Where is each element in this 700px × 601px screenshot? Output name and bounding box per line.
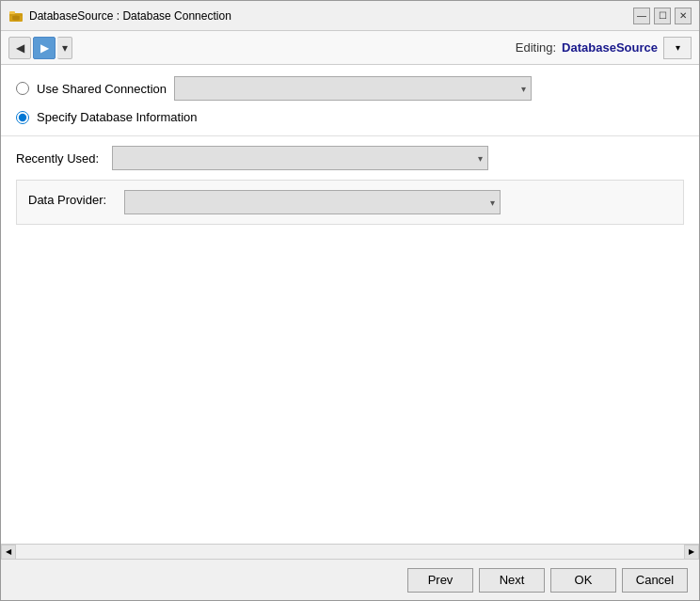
shared-connection-dropdown[interactable] [174, 76, 532, 101]
horizontal-scrollbar: ◀ ▶ [1, 544, 699, 559]
footer: Prev Next OK Cancel [1, 559, 699, 600]
ok-button[interactable]: OK [550, 568, 616, 593]
main-panel: Use Shared Connection Specify Database I… [1, 65, 699, 544]
content-area: Use Shared Connection Specify Database I… [1, 65, 699, 544]
editing-value: DatabaseSource [562, 40, 658, 55]
prev-button[interactable]: Prev [407, 568, 473, 593]
svg-rect-1 [9, 11, 15, 14]
toolbar: ◀ ▶ ▾ Editing: DatabaseSource ▾ [1, 31, 699, 65]
cancel-button[interactable]: Cancel [622, 568, 688, 593]
specify-database-row: Specify Database Information [16, 110, 684, 124]
recently-used-row: Recently Used: [1, 136, 699, 180]
specify-database-label: Specify Database Information [37, 110, 198, 124]
scroll-right-icon: ▶ [689, 547, 694, 556]
close-button[interactable]: ✕ [675, 8, 692, 24]
title-bar-left: DatabaseSource : Database Connection [8, 8, 231, 24]
window-title: DatabaseSource : Database Connection [29, 9, 231, 23]
forward-button[interactable]: ▶ [33, 37, 56, 59]
use-shared-connection-radio[interactable] [16, 82, 29, 95]
recently-used-dropdown-wrapper [112, 146, 488, 170]
editing-dropdown-icon: ▾ [676, 42, 680, 53]
radio-group: Use Shared Connection Specify Database I… [16, 76, 684, 124]
back-icon: ◀ [16, 41, 24, 55]
maximize-button[interactable]: ☐ [654, 8, 671, 24]
data-provider-dropdown[interactable] [124, 190, 501, 214]
data-provider-section: Data Provider: [16, 180, 684, 225]
main-window: DatabaseSource : Database Connection — ☐… [0, 0, 700, 601]
database-icon [8, 8, 24, 24]
editing-dropdown[interactable]: ▾ [663, 37, 692, 59]
nav-dropdown-icon: ▾ [62, 41, 68, 55]
title-bar-controls: — ☐ ✕ [633, 8, 692, 24]
scroll-left-button[interactable]: ◀ [1, 545, 16, 560]
shared-connection-row: Use Shared Connection [16, 76, 684, 101]
nav-dropdown-button[interactable]: ▾ [57, 37, 72, 59]
recently-used-label: Recently Used: [16, 151, 101, 166]
scrollbar-track[interactable] [16, 545, 684, 560]
specify-database-radio[interactable] [16, 111, 29, 124]
svg-point-3 [12, 17, 20, 20]
empty-space [1, 236, 699, 518]
toolbar-right: Editing: DatabaseSource ▾ [516, 37, 692, 59]
scroll-left-icon: ◀ [6, 547, 11, 556]
next-button[interactable]: Next [479, 568, 545, 593]
scroll-right-button[interactable]: ▶ [684, 545, 699, 560]
data-provider-label: Data Provider: [28, 193, 113, 207]
connection-options-section: Use Shared Connection Specify Database I… [1, 65, 699, 136]
back-button[interactable]: ◀ [8, 37, 31, 59]
editing-label: Editing: [516, 40, 556, 55]
toolbar-nav: ◀ ▶ ▾ [8, 37, 72, 59]
minimize-button[interactable]: — [633, 8, 650, 24]
title-bar: DatabaseSource : Database Connection — ☐… [1, 1, 699, 31]
recently-used-dropdown[interactable] [112, 146, 488, 170]
use-shared-connection-label: Use Shared Connection [37, 82, 167, 96]
forward-icon: ▶ [40, 41, 49, 55]
data-provider-dropdown-wrapper [124, 190, 501, 214]
data-provider-row: Data Provider: [28, 190, 672, 214]
shared-connection-dropdown-wrapper [174, 76, 532, 101]
